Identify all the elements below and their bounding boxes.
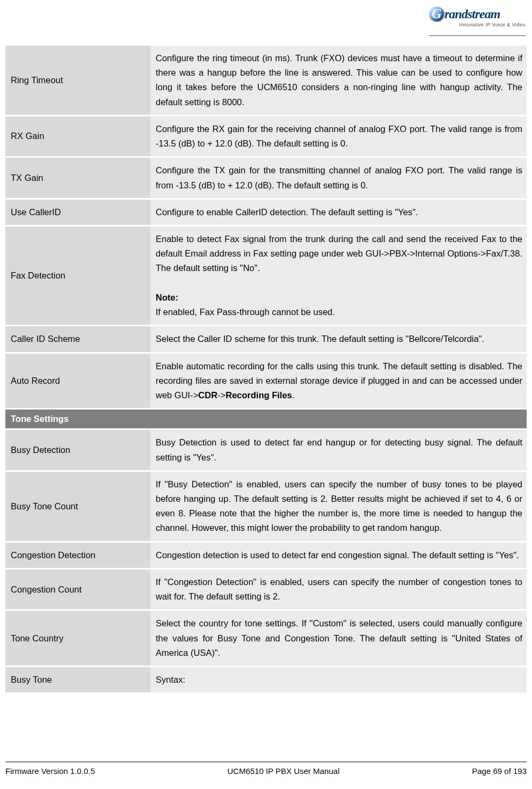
section-header: Tone Settings [5, 410, 527, 428]
setting-description: Select the Caller ID scheme for this tru… [150, 326, 527, 352]
table-row: Congestion CountIf "Congestion Detection… [5, 569, 527, 609]
setting-description: Configure the TX gain for the transmitti… [150, 158, 527, 198]
table-row: Caller ID SchemeSelect the Caller ID sch… [5, 326, 527, 352]
table-row: Busy DetectionBusy Detection is used to … [5, 430, 527, 470]
setting-label: Auto Record [5, 354, 150, 408]
page-footer: Firmware Version 1.0.0.5 UCM6510 IP PBX … [5, 762, 527, 776]
setting-label: Ring Timeout [5, 46, 150, 115]
table-row: Use CallerIDConfigure to enable CallerID… [5, 200, 527, 225]
table-row: TX GainConfigure the TX gain for the tra… [5, 158, 527, 198]
setting-label: Fax Detection [5, 227, 150, 325]
table-row: Auto RecordEnable automatic recording fo… [5, 354, 527, 408]
table-row: Fax DetectionEnable to detect Fax signal… [5, 227, 527, 325]
table-row: RX GainConfigure the RX gain for the rec… [5, 116, 527, 156]
setting-description: Select the country for tone settings. If… [150, 611, 527, 666]
setting-label: Busy Tone Count [5, 472, 150, 541]
setting-description: Enable to detect Fax signal from the tru… [150, 227, 527, 325]
setting-description: Enable automatic recording for the calls… [150, 354, 527, 408]
logo-tagline: Innovative IP Voice & Video [429, 22, 526, 27]
setting-description: Configure the RX gain for the receiving … [150, 116, 527, 156]
table-row: Ring TimeoutConfigure the ring timeout (… [5, 46, 527, 115]
setting-description: Configure to enable CallerID detection. … [150, 200, 527, 225]
table-row: Tone CountrySelect the country for tone … [5, 611, 527, 666]
setting-description: Busy Detection is used to detect far end… [150, 430, 527, 470]
setting-label: RX Gain [5, 116, 150, 156]
setting-description: If "Congestion Detection" is enabled, us… [150, 569, 527, 609]
brand-logo: Grandstream Innovative IP Voice & Video [429, 6, 526, 36]
table-row: Busy ToneSyntax: [5, 667, 527, 692]
footer-page: Page 69 of 193 [472, 766, 527, 776]
logo-text: randstream [444, 7, 500, 21]
setting-label: Congestion Detection [5, 543, 150, 568]
section-header-label: Tone Settings [5, 410, 527, 428]
footer-firmware: Firmware Version 1.0.0.5 [5, 766, 95, 776]
setting-label: Use CallerID [5, 200, 150, 225]
settings-table: Ring TimeoutConfigure the ring timeout (… [5, 44, 527, 694]
setting-description: Syntax: [150, 667, 527, 692]
setting-label: TX Gain [5, 158, 150, 198]
setting-description: If "Busy Detection" is enabled, users ca… [150, 472, 527, 541]
setting-description: Congestion detection is used to detect f… [150, 543, 527, 568]
table-row: Congestion DetectionCongestion detection… [5, 543, 527, 568]
logo-g-icon: G [429, 6, 444, 21]
table-row: Busy Tone CountIf "Busy Detection" is en… [5, 472, 527, 541]
setting-label: Busy Detection [5, 430, 150, 470]
setting-label: Caller ID Scheme [5, 326, 150, 352]
setting-label: Busy Tone [5, 667, 150, 692]
setting-description: Configure the ring timeout (in ms). Trun… [150, 46, 527, 115]
footer-title: UCM6510 IP PBX User Manual [228, 766, 340, 776]
setting-label: Congestion Count [5, 569, 150, 609]
setting-label: Tone Country [5, 611, 150, 666]
